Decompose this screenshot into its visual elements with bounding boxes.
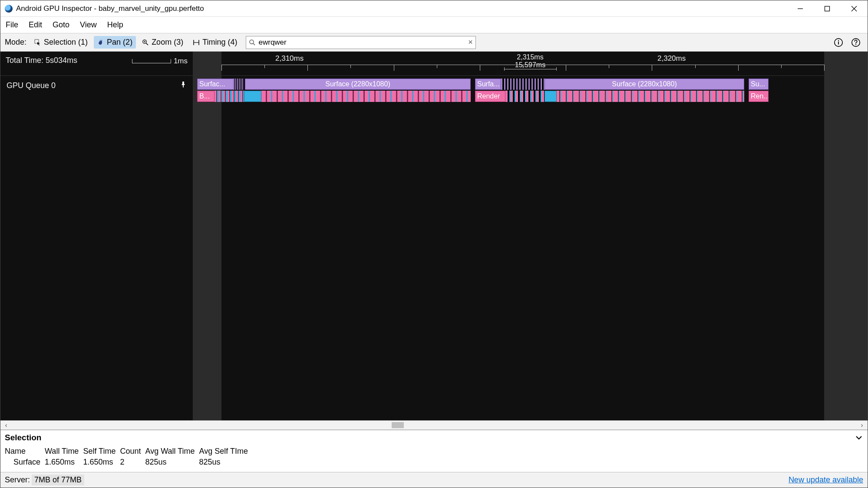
mode-timing-button[interactable]: Timing (4) <box>189 36 241 49</box>
time-scale: 1ms <box>132 57 188 66</box>
server-label: Server: <box>5 475 30 485</box>
track-slices[interactable]: Surfac... Surface (2280x1080) Surfa... S… <box>193 79 868 103</box>
slice-render[interactable]: B... <box>197 91 215 102</box>
scroll-left-button[interactable]: ‹ <box>2 422 10 429</box>
mode-timing-label: Timing (4) <box>202 38 237 47</box>
slice-surface[interactable]: Su... <box>749 79 769 90</box>
menubar: File Edit Goto View Help <box>0 17 868 33</box>
toolbar: Mode: Selection (1) Pan (2) Zoom (3) Tim… <box>0 33 868 52</box>
table-row[interactable]: Surface 1.650ms 1.650ms 2 825us 825us <box>5 457 252 468</box>
close-button[interactable] <box>841 0 868 17</box>
slice-surface[interactable]: Surfac... <box>197 79 234 90</box>
menu-file[interactable]: File <box>0 17 23 33</box>
svg-point-18 <box>855 44 856 45</box>
svg-point-12 <box>250 40 254 44</box>
pin-icon[interactable] <box>180 81 187 88</box>
minimize-button[interactable] <box>787 0 814 17</box>
selection-table: Name Wall Time Self Time Count Avg Wall … <box>0 445 868 472</box>
menu-edit[interactable]: Edit <box>23 17 47 33</box>
menu-view[interactable]: View <box>75 17 102 33</box>
ruler-tick-label: 2,310ms <box>275 54 304 63</box>
window-title: Android GPU Inspector - baby_marvel_unit… <box>16 4 204 13</box>
memory-usage: 7MB of 77MB <box>32 475 84 485</box>
pan-icon <box>97 39 104 46</box>
ruler-mid-label: 2,315ms15.597ms <box>515 53 545 69</box>
clear-search-button[interactable]: × <box>465 38 475 47</box>
scroll-thumb[interactable] <box>392 422 404 428</box>
timing-icon <box>193 39 200 46</box>
mode-label: Mode: <box>5 38 26 47</box>
svg-rect-1 <box>825 6 830 11</box>
table-header-row: Name Wall Time Self Time Count Avg Wall … <box>5 446 252 457</box>
menu-goto[interactable]: Goto <box>47 17 75 33</box>
selection-panel: Selection Name Wall Time Self Time Count… <box>0 430 868 472</box>
menu-help[interactable]: Help <box>102 17 129 33</box>
search-input[interactable] <box>258 38 465 47</box>
svg-line-6 <box>146 43 148 45</box>
slice-render[interactable]: Ren... <box>749 91 769 102</box>
slice-surface[interactable]: Surface (2280x1080) <box>245 79 471 90</box>
svg-line-13 <box>253 43 255 45</box>
mode-selection-label: Selection (1) <box>44 38 88 47</box>
slice-surface[interactable]: Surfa... <box>475 79 501 90</box>
search-icon <box>249 39 256 46</box>
svg-point-15 <box>838 40 839 41</box>
selection-title: Selection <box>5 433 41 442</box>
statusbar: Server: 7MB of 77MB New update available <box>0 472 868 488</box>
titlebar: Android GPU Inspector - baby_marvel_unit… <box>0 0 868 17</box>
zoom-icon <box>142 39 149 46</box>
total-time-label: Total Time: 5s034ms <box>6 56 77 65</box>
svg-rect-16 <box>838 42 839 44</box>
track-name[interactable]: GPU Queue 0 <box>7 81 180 90</box>
time-ruler[interactable]: 2,310ms 2,315ms15.597ms 2,320ms <box>193 52 868 76</box>
mode-pan-button[interactable]: Pan (2) <box>94 36 136 49</box>
maximize-button[interactable] <box>814 0 841 17</box>
scroll-right-button[interactable]: › <box>858 422 866 429</box>
collapse-panel-button[interactable] <box>855 433 863 442</box>
info-button[interactable] <box>831 35 846 50</box>
ruler-tick-label: 2,320ms <box>657 54 686 63</box>
slice-render[interactable]: Render <box>475 91 505 102</box>
help-button[interactable] <box>848 35 863 50</box>
search-box[interactable]: × <box>246 36 476 49</box>
mode-pan-label: Pan (2) <box>107 38 132 47</box>
mode-zoom-button[interactable]: Zoom (3) <box>139 36 187 49</box>
app-logo-icon <box>5 5 13 13</box>
horizontal-scrollbar[interactable]: ‹ › <box>0 420 868 430</box>
timeline[interactable]: Total Time: 5s034ms 1ms 2,310ms 2,315ms1… <box>0 52 868 420</box>
update-link[interactable]: New update available <box>789 475 863 485</box>
slice-surface[interactable]: Surface (2280x1080) <box>545 79 744 90</box>
mode-zoom-label: Zoom (3) <box>152 38 183 47</box>
selection-icon <box>34 39 41 46</box>
mode-selection-button[interactable]: Selection (1) <box>31 36 91 49</box>
